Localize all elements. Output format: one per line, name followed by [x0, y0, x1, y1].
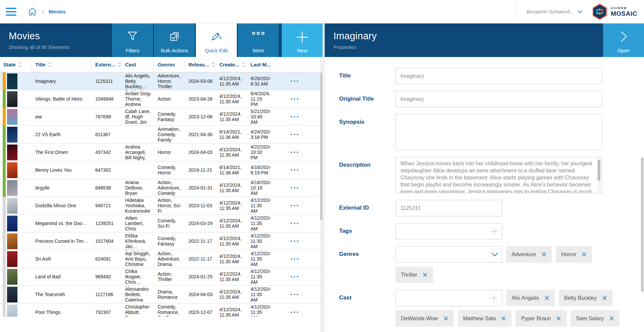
column-header-released[interactable]: Releas... — [184, 60, 215, 69]
open-button[interactable]: Open — [603, 23, 644, 57]
chip-remove-icon[interactable] — [541, 252, 546, 257]
sort-icon[interactable] — [241, 62, 245, 68]
chip-remove-icon[interactable] — [423, 272, 428, 277]
filters-button[interactable]: Filters — [112, 23, 153, 57]
list-subtitle: Showing all of 90 Elements — [9, 44, 111, 50]
column-header-title[interactable]: Title — [31, 60, 91, 69]
table-row[interactable]: Land of Bad969492Chika Ikogwe, Chris Mas… — [0, 268, 323, 286]
new-button[interactable]: New — [282, 23, 323, 57]
cell-actions: ••• — [270, 237, 323, 245]
axinom-mosaic-logo: AXINOM MOSAIC — [591, 3, 637, 20]
column-header-external_id[interactable]: Extern... — [91, 60, 121, 69]
description-scrollbar[interactable] — [597, 158, 601, 192]
title-input[interactable] — [395, 68, 602, 84]
original-title-input[interactable] — [395, 91, 602, 107]
sort-icon[interactable] — [18, 62, 22, 68]
add-icon[interactable] — [490, 227, 498, 236]
chip: Pyper Braun — [516, 310, 567, 327]
home-icon[interactable] — [28, 7, 37, 16]
chip-remove-icon[interactable] — [602, 295, 607, 300]
state-indicator — [3, 215, 6, 232]
row-actions-button[interactable]: ••• — [274, 274, 321, 279]
properties-scrollbar[interactable] — [641, 57, 644, 332]
table-row[interactable]: 22 VS Earth811367Animation, Comedy, Fami… — [0, 126, 323, 144]
properties-scrollbar-thumb[interactable] — [641, 158, 644, 292]
quick-edit-button[interactable]: Quick Edit — [196, 23, 237, 57]
table-row[interactable]: Vikings: Battle of Heirs1049948Amber Doi… — [0, 90, 323, 108]
cell-genres: Action — [154, 95, 184, 103]
table-row[interactable]: The Tearsmith1127166Alessandro Bedetti, … — [0, 286, 323, 303]
quick-edit-label: Quick Edit — [196, 48, 237, 53]
chip-remove-icon[interactable] — [544, 295, 549, 300]
bulk-actions-button[interactable]: Bulk Actions — [154, 23, 195, 57]
chip-remove-icon[interactable] — [443, 316, 448, 321]
description-textarea[interactable]: When Jessica moves back into her childho… — [395, 157, 602, 193]
row-actions-button[interactable]: ••• — [274, 256, 321, 262]
row-actions-button[interactable]: ••• — [274, 150, 321, 155]
row-actions-button[interactable]: ••• — [274, 221, 321, 226]
table-row[interactable]: Princess Cursed in Time: ...1027604Elišk… — [0, 232, 323, 250]
row-actions-button[interactable]: ••• — [274, 96, 321, 102]
row-actions-button[interactable]: ••• — [274, 292, 321, 297]
tags-input[interactable] — [395, 223, 502, 239]
row-actions-button[interactable]: ••• — [274, 185, 321, 190]
chip-remove-icon[interactable] — [501, 316, 506, 321]
cell-title: Land of Bad — [31, 273, 91, 281]
row-actions-button[interactable]: ••• — [274, 203, 321, 208]
external-id-input[interactable] — [395, 200, 502, 216]
table-row[interactable]: Argylle848538Ariana DeBose, BryanAction,… — [0, 179, 323, 197]
breadcrumb-current[interactable]: Movies — [49, 9, 66, 14]
sort-icon[interactable] — [117, 62, 121, 68]
table-row[interactable]: Megamind vs. the Doom ...1239251Adam Lam… — [0, 215, 323, 232]
state-indicator — [3, 108, 6, 126]
chip: Sam Salary — [571, 310, 620, 327]
cell-released: 2024-01-25 — [184, 273, 215, 281]
hamburger-menu-icon[interactable] — [0, 0, 22, 23]
cast-input[interactable] — [395, 290, 502, 306]
table-row[interactable]: Sri Asih624091Aqi Singgih, Ario Bayu, Ch… — [0, 250, 323, 268]
chip-remove-icon[interactable] — [556, 316, 561, 321]
logo-line1: AXINOM — [611, 7, 637, 10]
row-actions-button[interactable]: ••• — [274, 78, 321, 84]
new-label: New — [282, 48, 323, 53]
column-header-state[interactable]: State — [0, 60, 31, 69]
genres-select[interactable] — [395, 246, 502, 263]
poster-thumbnail — [7, 73, 17, 89]
chevron-down-icon[interactable] — [491, 252, 498, 257]
cell-actions: ••• — [270, 130, 323, 139]
chip-remove-icon[interactable] — [582, 252, 587, 257]
description-scrollbar-thumb[interactable] — [598, 160, 600, 181]
list-toolbar: FiltersBulk ActionsQuick EditMoreNew — [111, 23, 323, 57]
genres-chip-area: AdventureHorrorThriller — [395, 246, 631, 283]
chip-remove-icon[interactable] — [609, 316, 614, 321]
table-row[interactable]: Poor Things792307Christopher Abbott, Emm… — [0, 303, 323, 317]
cell-actions: ••• — [270, 273, 323, 281]
sort-icon[interactable] — [48, 62, 52, 68]
state-indicator — [3, 179, 6, 197]
table-row[interactable]: Imaginary1125311Alix Angelis, Betty Buck… — [0, 72, 323, 90]
more-button[interactable]: More — [238, 23, 279, 57]
row-actions-button[interactable]: ••• — [274, 310, 321, 315]
list-scrollbar-thumb[interactable] — [320, 72, 322, 220]
cell-last_modified: 6/4/2024, 11:15 PM — [247, 90, 270, 108]
table-row[interactable]: Benny Loves You647302Comedy, Horror2019-… — [0, 161, 323, 179]
table-row[interactable]: The First Omen437342Andrea Arcangeli, Bi… — [0, 144, 323, 161]
poster-thumbnail — [7, 287, 17, 302]
external-id-field-label: External ID — [339, 200, 395, 216]
row-actions-button[interactable]: ••• — [274, 114, 321, 119]
poster-thumbnail — [7, 216, 17, 231]
table-row[interactable]: Godzilla Minus One940721Hidetaka Yoshiok… — [0, 197, 323, 215]
table-row[interactable]: ww787699Calah Lane, df, Hugh Grant, JimC… — [0, 108, 323, 126]
column-header-last_modified[interactable]: Last M... — [247, 60, 270, 69]
row-actions-button[interactable]: ••• — [274, 238, 321, 244]
sort-icon[interactable] — [211, 62, 215, 68]
user-menu[interactable]: Benjamin Schwend... — [527, 9, 583, 14]
row-actions-button[interactable]: ••• — [274, 132, 321, 137]
cast-field-label: Cast — [339, 290, 395, 327]
list-scrollbar[interactable] — [320, 57, 323, 332]
row-actions-button[interactable]: ••• — [274, 167, 321, 173]
add-icon[interactable] — [490, 294, 498, 302]
synopsis-textarea[interactable] — [395, 114, 602, 150]
column-header-created[interactable]: Create... — [215, 60, 247, 69]
cell-actions: ••• — [270, 255, 323, 263]
